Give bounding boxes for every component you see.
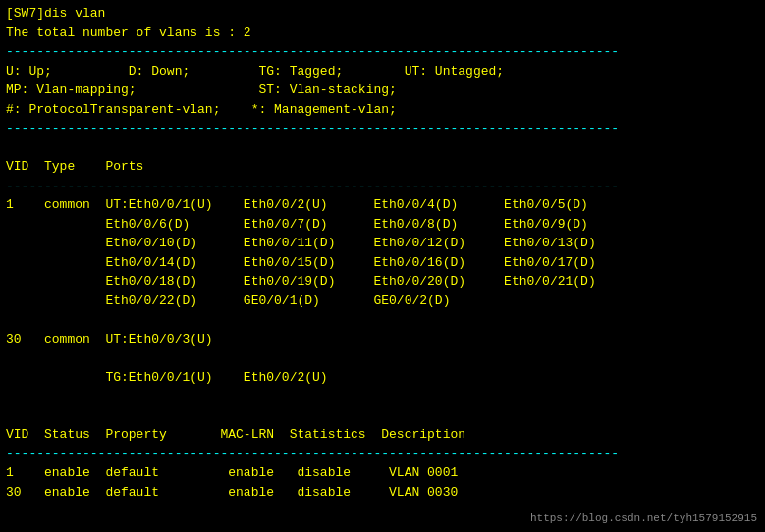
divider-line: ----------------------------------------…	[6, 177, 759, 196]
terminal-line: TG:Eth0/0/1(U) Eth0/0/2(U)	[6, 368, 759, 388]
terminal-line: VID Type Ports	[6, 157, 759, 177]
divider-line: ----------------------------------------…	[6, 42, 759, 62]
terminal-line: Eth0/0/14(D) Eth0/0/15(D) Eth0/0/16(D) E…	[6, 253, 759, 273]
terminal-line: 30 common UT:Eth0/0/3(U)	[6, 330, 759, 349]
terminal-line: VID Status Property MAC-LRN Statistics D…	[6, 425, 759, 445]
terminal-line: Eth0/0/6(D) Eth0/0/7(D) Eth0/0/8(D) Eth0…	[6, 215, 759, 235]
terminal-line: [SW7]dis vlan	[6, 4, 759, 24]
terminal-line: 1 common UT:Eth0/0/1(U) Eth0/0/2(U) Eth0…	[6, 195, 759, 215]
empty-line	[6, 387, 759, 406]
terminal-line: 1 enable default enable disable VLAN 000…	[6, 463, 759, 483]
terminal-window: [SW7]dis vlanThe total number of vlans i…	[0, 0, 765, 532]
terminal-line: Eth0/0/10(D) Eth0/0/11(D) Eth0/0/12(D) E…	[6, 234, 759, 253]
terminal-line: Eth0/0/18(D) Eth0/0/19(D) Eth0/0/20(D) E…	[6, 272, 759, 292]
terminal-line: U: Up; D: Down; TG: Tagged; UT: Untagged…	[6, 62, 759, 81]
divider-line: ----------------------------------------…	[6, 119, 759, 138]
terminal-line: MP: Vlan-mapping; ST: Vlan-stacking;	[6, 80, 759, 100]
divider-line: ----------------------------------------…	[6, 445, 759, 464]
terminal-line: Eth0/0/22(D) GE0/0/1(D) GE0/0/2(D)	[6, 292, 759, 311]
empty-line	[6, 406, 759, 426]
watermark: https://blog.csdn.net/tyh1579152915	[530, 512, 757, 524]
empty-line	[6, 310, 759, 330]
terminal-line: #: ProtocolTransparent-vlan; *: Manageme…	[6, 100, 759, 120]
terminal-line: The total number of vlans is : 2	[6, 24, 759, 43]
empty-line	[6, 138, 759, 158]
terminal-line: 30 enable default enable disable VLAN 00…	[6, 483, 759, 503]
empty-line	[6, 348, 759, 368]
